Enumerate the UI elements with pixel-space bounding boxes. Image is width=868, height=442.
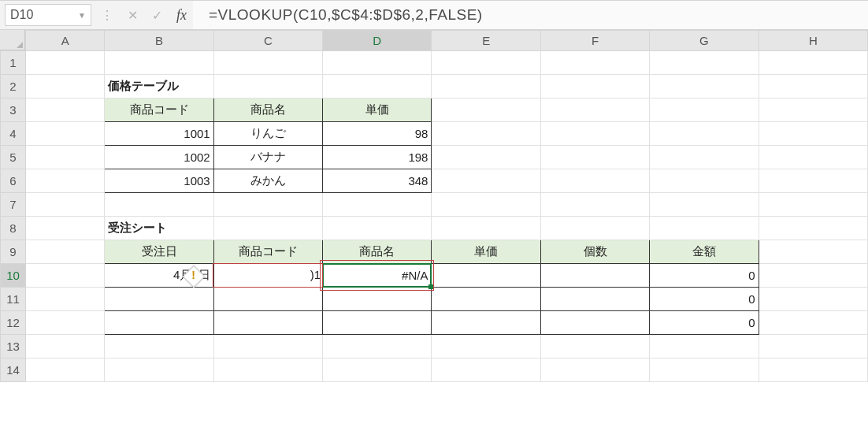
cell-F5[interactable] xyxy=(540,146,649,169)
cell-A14[interactable] xyxy=(26,358,105,382)
t2-r2-date[interactable] xyxy=(105,311,213,335)
t2-header-price[interactable]: 単価 xyxy=(432,240,540,264)
cell-H11[interactable] xyxy=(759,288,867,311)
row-header-9[interactable]: 9 xyxy=(1,240,26,264)
cell-H4[interactable] xyxy=(759,122,867,146)
cell-F4[interactable] xyxy=(540,122,649,146)
cell-D14[interactable] xyxy=(323,358,432,382)
t2-r1-amount[interactable]: 0 xyxy=(650,288,759,311)
cell-C13[interactable] xyxy=(213,335,322,358)
cell-E6[interactable] xyxy=(432,169,540,193)
t1-r2-price[interactable]: 348 xyxy=(323,169,432,193)
cell-G3[interactable] xyxy=(650,98,759,122)
t2-header-qty[interactable]: 個数 xyxy=(540,240,649,264)
cell-H6[interactable] xyxy=(759,169,867,193)
cell-A3[interactable] xyxy=(26,98,105,122)
cell-F3[interactable] xyxy=(540,98,649,122)
t2-header-code[interactable]: 商品コード xyxy=(213,240,322,264)
cell-G14[interactable] xyxy=(650,358,759,382)
t2-r1-date[interactable] xyxy=(105,288,213,311)
t2-header-name[interactable]: 商品名 xyxy=(323,240,432,264)
t2-header-date[interactable]: 受注日 xyxy=(105,240,213,264)
cell-A6[interactable] xyxy=(26,169,105,193)
cell-B7[interactable] xyxy=(105,193,213,217)
cell-A7[interactable] xyxy=(26,193,105,217)
t1-r0-name[interactable]: りんご xyxy=(213,122,322,146)
cell-G7[interactable] xyxy=(650,193,759,217)
t2-r2-name[interactable] xyxy=(323,311,432,335)
cell-C8[interactable] xyxy=(213,217,322,240)
cell-G4[interactable] xyxy=(650,122,759,146)
row-header-5[interactable]: 5 xyxy=(1,146,26,169)
cell-E8[interactable] xyxy=(432,217,540,240)
t2-r2-amount[interactable]: 0 xyxy=(650,311,759,335)
cell-G2[interactable] xyxy=(650,75,759,98)
cell-D7[interactable] xyxy=(323,193,432,217)
row-header-1[interactable]: 1 xyxy=(1,51,26,75)
row-header-2[interactable]: 2 xyxy=(1,75,26,98)
formula-input[interactable]: =VLOOKUP(C10,$C$4:$D$6,2,FALSE) xyxy=(193,1,868,29)
cell-C1[interactable] xyxy=(213,51,322,75)
col-header-G[interactable]: G xyxy=(650,31,759,51)
row-header-6[interactable]: 6 xyxy=(1,169,26,193)
t2-header-amount[interactable]: 金額 xyxy=(650,240,759,264)
t1-r2-name[interactable]: みかん xyxy=(213,169,322,193)
section1-title[interactable]: 価格テーブル xyxy=(105,75,213,98)
cell-G8[interactable] xyxy=(650,217,759,240)
t2-r0-price[interactable] xyxy=(432,264,540,288)
col-header-F[interactable]: F xyxy=(540,31,649,51)
cell-F8[interactable] xyxy=(540,217,649,240)
cell-F7[interactable] xyxy=(540,193,649,217)
t1-header-code[interactable]: 商品コード xyxy=(105,98,213,122)
cell-D1[interactable] xyxy=(323,51,432,75)
fill-handle[interactable] xyxy=(428,284,433,289)
name-box[interactable]: D10 ▼ xyxy=(5,4,91,26)
row-header-11[interactable]: 11 xyxy=(1,288,26,311)
row-header-7[interactable]: 7 xyxy=(1,193,26,217)
cell-F13[interactable] xyxy=(540,335,649,358)
cell-H7[interactable] xyxy=(759,193,867,217)
cell-A4[interactable] xyxy=(26,122,105,146)
enter-icon[interactable]: ✓ xyxy=(152,8,162,23)
cell-A8[interactable] xyxy=(26,217,105,240)
cell-H3[interactable] xyxy=(759,98,867,122)
cell-C14[interactable] xyxy=(213,358,322,382)
t2-r1-qty[interactable] xyxy=(540,288,649,311)
t1-r1-name[interactable]: バナナ xyxy=(213,146,322,169)
col-header-H[interactable]: H xyxy=(759,31,867,51)
row-header-13[interactable]: 13 xyxy=(1,335,26,358)
col-header-B[interactable]: B xyxy=(105,31,213,51)
cell-F6[interactable] xyxy=(540,169,649,193)
cell-F14[interactable] xyxy=(540,358,649,382)
cell-G6[interactable] xyxy=(650,169,759,193)
cell-E13[interactable] xyxy=(432,335,540,358)
t2-r1-code[interactable] xyxy=(213,288,322,311)
cell-D10-active[interactable]: #N/A xyxy=(323,264,432,288)
cell-F2[interactable] xyxy=(540,75,649,98)
cell-E14[interactable] xyxy=(432,358,540,382)
t1-r0-code[interactable]: 1001 xyxy=(105,122,213,146)
cell-D8[interactable] xyxy=(323,217,432,240)
t1-r1-code[interactable]: 1002 xyxy=(105,146,213,169)
cell-D13[interactable] xyxy=(323,335,432,358)
cell-A13[interactable] xyxy=(26,335,105,358)
col-header-D[interactable]: D xyxy=(323,31,432,51)
col-header-A[interactable]: A xyxy=(26,31,105,51)
vertical-dots-icon[interactable]: ⋮ xyxy=(101,8,113,23)
t2-r0-qty[interactable] xyxy=(540,264,649,288)
cell-C2[interactable] xyxy=(213,75,322,98)
cell-A10[interactable] xyxy=(26,264,105,288)
cell-H12[interactable] xyxy=(759,311,867,335)
section2-title[interactable]: 受注シート xyxy=(105,217,213,240)
t2-r1-name[interactable] xyxy=(323,288,432,311)
row-header-4[interactable]: 4 xyxy=(1,122,26,146)
row-header-10[interactable]: 10 xyxy=(1,264,26,288)
cell-B13[interactable] xyxy=(105,335,213,358)
row-header-8[interactable]: 8 xyxy=(1,217,26,240)
cell-F1[interactable] xyxy=(540,51,649,75)
t1-r1-price[interactable]: 198 xyxy=(323,146,432,169)
cell-E1[interactable] xyxy=(432,51,540,75)
dropdown-icon[interactable]: ▼ xyxy=(78,11,86,20)
cancel-icon[interactable]: ✕ xyxy=(128,8,138,23)
cell-H1[interactable] xyxy=(759,51,867,75)
